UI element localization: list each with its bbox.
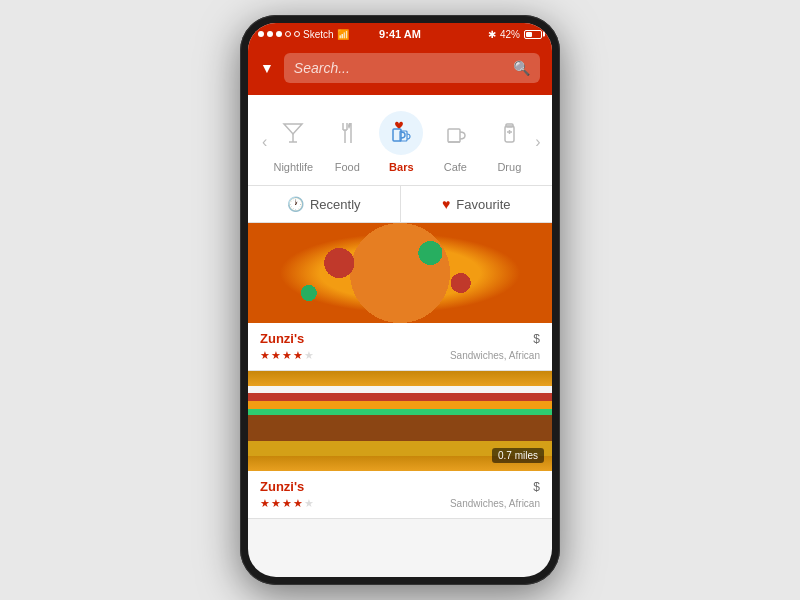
search-placeholder: Search...	[294, 60, 505, 76]
distance-badge: 0.7 miles	[492, 448, 544, 463]
signal-dot-4	[285, 31, 291, 37]
card-bottom-row-1: ★ ★ ★ ★ ★ Sandwiches, African	[260, 349, 540, 362]
restaurant-cuisine-2: Sandwiches, African	[450, 498, 540, 509]
restaurant-card-1[interactable]: Zunzi's $ ★ ★ ★ ★ ★ Sandwiches, African	[248, 223, 552, 371]
card-bottom-row-2: ★ ★ ★ ★ ★ Sandwiches, African	[260, 497, 540, 510]
phone-screen: Sketch 📶 9:41 AM ✱ 42% ▼ Search... 🔍	[248, 23, 552, 577]
nightlife-label: Nightlife	[273, 161, 313, 173]
status-right: ✱ 42%	[488, 29, 542, 40]
tab-recently[interactable]: 🕐 Recently	[248, 186, 401, 222]
cafe-icon	[442, 120, 468, 146]
cafe-icon-wrap	[433, 111, 477, 155]
star-1-4: ★	[293, 349, 303, 362]
cafe-label: Cafe	[444, 161, 467, 173]
card-info-2: Zunzi's $ ★ ★ ★ ★ ★ Sandwiches, African	[248, 471, 552, 518]
heart-icon: ♥	[442, 196, 450, 212]
favourite-label: Favourite	[456, 197, 510, 212]
search-header: ▼ Search... 🔍	[248, 45, 552, 95]
signal-dot-5	[294, 31, 300, 37]
nightlife-icon	[280, 120, 306, 146]
star-1-5: ★	[304, 349, 314, 362]
category-scroll: ‹ Nightlife	[248, 111, 552, 173]
categories-list: Nightlife	[271, 111, 531, 173]
card-top-row-2: Zunzi's $	[260, 479, 540, 494]
signal-dot-2	[267, 31, 273, 37]
card-info-1: Zunzi's $ ★ ★ ★ ★ ★ Sandwiches, African	[248, 323, 552, 370]
recently-label: Recently	[310, 197, 361, 212]
bars-label: Bars	[389, 161, 413, 173]
restaurant-cuisine-1: Sandwiches, African	[450, 350, 540, 361]
cards-container: Zunzi's $ ★ ★ ★ ★ ★ Sandwiches, African	[248, 223, 552, 577]
status-bar: Sketch 📶 9:41 AM ✱ 42%	[248, 23, 552, 45]
signal-dot-1	[258, 31, 264, 37]
signal-dots: Sketch 📶	[258, 29, 349, 40]
stars-1: ★ ★ ★ ★ ★	[260, 349, 314, 362]
food-label: Food	[335, 161, 360, 173]
card-image-2: 0.7 miles	[248, 371, 552, 471]
bars-icon	[387, 119, 415, 147]
svg-marker-2	[284, 124, 302, 134]
category-food[interactable]: Food	[325, 111, 369, 173]
food-icon	[334, 120, 360, 146]
food-icon-wrap	[325, 111, 369, 155]
category-prev-arrow[interactable]: ‹	[258, 133, 271, 151]
category-bars[interactable]: Bars	[379, 111, 423, 173]
star-2-5: ★	[304, 497, 314, 510]
bars-icon-wrap	[379, 111, 423, 155]
restaurant-card-2[interactable]: 0.7 miles Zunzi's $ ★ ★ ★ ★ ★	[248, 371, 552, 519]
bluetooth-icon: ✱	[488, 29, 496, 40]
drug-icon	[496, 120, 522, 146]
category-nightlife[interactable]: Nightlife	[271, 111, 315, 173]
stars-2: ★ ★ ★ ★ ★	[260, 497, 314, 510]
dropdown-button[interactable]: ▼	[260, 60, 274, 76]
restaurant-name-1: Zunzi's	[260, 331, 304, 346]
drug-label: Drug	[497, 161, 521, 173]
star-1-3: ★	[282, 349, 292, 362]
star-1-2: ★	[271, 349, 281, 362]
search-bar[interactable]: Search... 🔍	[284, 53, 540, 83]
carrier-label: Sketch	[303, 29, 334, 40]
category-section: ‹ Nightlife	[248, 95, 552, 185]
category-next-arrow[interactable]: ›	[531, 133, 544, 151]
battery-icon	[524, 30, 542, 39]
category-cafe[interactable]: Cafe	[433, 111, 477, 173]
restaurant-price-2: $	[533, 480, 540, 494]
phone-frame: Sketch 📶 9:41 AM ✱ 42% ▼ Search... 🔍	[240, 15, 560, 585]
star-2-2: ★	[271, 497, 281, 510]
pizza-image	[248, 223, 552, 323]
clock-icon: 🕐	[287, 196, 304, 212]
drug-icon-wrap	[487, 111, 531, 155]
status-time: 9:41 AM	[379, 28, 421, 40]
card-image-1	[248, 223, 552, 323]
signal-dot-3	[276, 31, 282, 37]
star-2-4: ★	[293, 497, 303, 510]
star-2-3: ★	[282, 497, 292, 510]
category-drug[interactable]: Drug	[487, 111, 531, 173]
svg-rect-10	[448, 129, 460, 142]
wifi-icon: 📶	[337, 29, 349, 40]
star-1-1: ★	[260, 349, 270, 362]
card-top-row-1: Zunzi's $	[260, 331, 540, 346]
star-2-1: ★	[260, 497, 270, 510]
battery-percent: 42%	[500, 29, 520, 40]
tab-favourite[interactable]: ♥ Favourite	[401, 186, 553, 222]
battery-fill	[526, 32, 532, 37]
nightlife-icon-wrap	[271, 111, 315, 155]
restaurant-name-2: Zunzi's	[260, 479, 304, 494]
restaurant-price-1: $	[533, 332, 540, 346]
search-icon[interactable]: 🔍	[513, 60, 530, 76]
tab-bar: 🕐 Recently ♥ Favourite	[248, 185, 552, 223]
